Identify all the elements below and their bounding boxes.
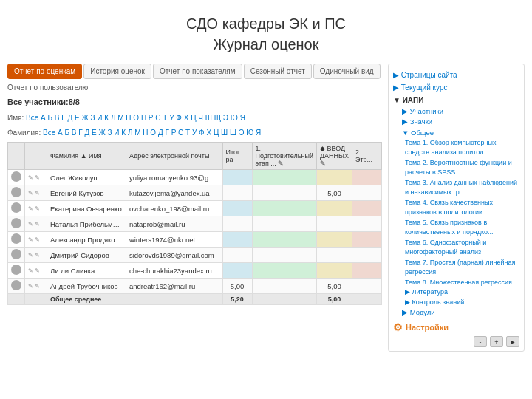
nav-section: ▶ Страницы сайта ▶ Текущий курс ▼ ИАПИ ▶… [388, 64, 525, 352]
icon-cell: ✎ ✎ [25, 248, 47, 263]
student-email: che-churakhia23yandex.ru [126, 263, 222, 279]
score-step1 [252, 263, 316, 279]
score-step3 [352, 170, 382, 185]
nav-mapi[interactable]: ▼ ИАПИ [393, 94, 519, 106]
score-step3 [352, 185, 382, 201]
student-email: andreatr162@mail.ru [126, 279, 222, 294]
th-step3[interactable]: 2. Этр... [352, 143, 382, 170]
score-step1 [252, 216, 316, 232]
tab-single-view[interactable]: Одиночный вид [313, 64, 381, 79]
total-step2: 5,00 [316, 294, 352, 305]
table-row: ✎ ✎ Дмитрий Сидоров sidorovds1989@gmail.… [8, 248, 382, 263]
score-step2: 5,00 [316, 185, 352, 201]
tab-grades-report[interactable]: Отчет по оценкам [7, 64, 82, 79]
avatar-cell [8, 216, 25, 232]
surname-filter-letters[interactable]: А Б В Г Д Е Ж З И К Л М Н О Д Г Р С Т У … [58, 129, 261, 137]
nav-participants[interactable]: ▶ Участники [393, 106, 519, 117]
score-step3 [352, 232, 382, 248]
total-email [126, 294, 222, 305]
name-filter-letters[interactable]: А Б В Г Д Е Ж З И К Л М Н О П Р С Т У Ф … [41, 114, 245, 122]
tab-seasonal[interactable]: Сезонный отчет [244, 64, 312, 79]
btn-plus[interactable]: + [490, 336, 503, 347]
nav-sub-item-5[interactable]: Тема 6. Однофакторный и многофакторный а… [393, 238, 519, 258]
student-email: nataprob@mail.ru [126, 216, 222, 232]
tab-indicators[interactable]: Отчет по показателям [153, 64, 242, 79]
surname-filter-all[interactable]: Все [43, 129, 55, 137]
score-step2 [316, 216, 352, 232]
score-step3 [352, 216, 382, 232]
avatar-cell [8, 185, 25, 201]
name-filter-all[interactable]: Все [26, 114, 38, 122]
icon-cell: ✎ ✎ [25, 263, 47, 279]
sub-tab-user-report[interactable]: Отчет по пользователю [7, 83, 382, 92]
total-avatar [8, 294, 25, 305]
nav-sub-item-8[interactable]: ▶ Литература [393, 287, 519, 298]
settings-bar: ⚙ Настройки [393, 321, 519, 333]
student-name: Евгений Кутузов [47, 185, 126, 201]
score-step1 [252, 201, 316, 216]
score-step1 [252, 279, 316, 294]
table-row: ✎ ✎ Александр Продяко... winters1974@ukr… [8, 232, 382, 248]
total-step3 [352, 294, 382, 305]
score-step2 [316, 170, 352, 185]
table-row: ✎ ✎ Евгений Кутузов kutazov.jema@yandex.… [8, 185, 382, 201]
nav-sub-item-1[interactable]: Тема 2. Вероятностные функции и расчеты … [393, 158, 519, 178]
score-step2 [316, 263, 352, 279]
nav-sub-item-9[interactable]: ▶ Контроль знаний [393, 298, 519, 308]
btn-arrow[interactable]: ► [506, 336, 519, 347]
score-step3 [352, 201, 382, 216]
nav-badges[interactable]: ▶ Значки [393, 117, 519, 127]
total-icons [25, 294, 47, 305]
nav-sub-item-2[interactable]: Тема 3. Анализ данных наблюдений и незав… [393, 178, 519, 198]
score-itog [222, 248, 252, 263]
avatar-cell [8, 279, 25, 294]
nav-site-pages[interactable]: ▶ Страницы сайта [393, 69, 519, 81]
th-step1[interactable]: 1. Подготовительный этап ... ✎ [252, 143, 316, 170]
settings-label[interactable]: Настройки [406, 323, 449, 332]
surname-filter-label: Фамилия: [7, 129, 41, 137]
nav-sub-item-6[interactable]: Тема 7. Простая (парная) линейная регрес… [393, 258, 519, 278]
score-itog [222, 170, 252, 185]
nav-sub-item-4[interactable]: Тема 5. Связь признаков в количественных… [393, 218, 519, 238]
content-wrapper: Отчет по оценкам История оценок Отчет по… [0, 64, 532, 356]
score-step2 [316, 248, 352, 263]
avatar-cell [8, 201, 25, 216]
surname-filter: Фамилия: Все А Б В Г Д Е Ж З И К Л М Н О… [7, 127, 382, 139]
th-step2[interactable]: ◆ ВВОД ДАННЫХ ✎ [316, 143, 352, 170]
table-row: ✎ ✎ Олег Живолуп yuliya.romanyenko.93@gm… [8, 170, 382, 185]
name-filter-label: Имя: [7, 114, 24, 122]
nav-current-course[interactable]: ▶ Текущий курс [393, 81, 519, 94]
student-name: Наталья Прибельмана [47, 216, 126, 232]
nav-sub-item-0[interactable]: Тема 1. Обзор компьютерных средств анали… [393, 138, 519, 158]
tab-history[interactable]: История оценок [83, 64, 151, 79]
student-email: sidorovds1989@gmail.com [126, 248, 222, 263]
table-row: ✎ ✎ Ли ли Слинка che-churakhia23yandex.r… [8, 263, 382, 279]
nav-sub-item-3[interactable]: Тема 4. Связь качественных признаков в п… [393, 198, 519, 218]
table-row: ✎ ✎ Наталья Прибельмана nataprob@mail.ru [8, 216, 382, 232]
student-email: ovcharenko_198@mail.ru [126, 201, 222, 216]
th-email: Адрес электронной почты [126, 143, 222, 170]
total-step1 [252, 294, 316, 305]
total-label: Общее среднее [47, 294, 126, 305]
score-step1 [252, 170, 316, 185]
score-step1 [252, 232, 316, 248]
th-itog[interactable]: Итог ра [222, 143, 252, 170]
avatar-cell [8, 170, 25, 185]
btn-minus[interactable]: - [474, 336, 487, 347]
student-email: yuliya.romanyenko.93@gmail.com [126, 170, 222, 185]
nav-sub-item-7[interactable]: Тема 8. Множественная регрессия [393, 278, 519, 288]
score-itog: 5,00 [222, 279, 252, 294]
score-itog [222, 185, 252, 201]
student-email: kutazov.jema@yandex.ua [126, 185, 222, 201]
score-step1 [252, 185, 316, 201]
nav-general[interactable]: ▼ Общее [393, 128, 519, 138]
th-name[interactable]: Фамилия ▲ Имя [47, 143, 126, 170]
nav-modules[interactable]: ▶ Модули [393, 307, 519, 318]
student-email: winters1974@ukr.net [126, 232, 222, 248]
student-name: Андрей Трубочников [47, 279, 126, 294]
student-name: Екатерина Овчаренко [47, 201, 126, 216]
right-panel: ▶ Страницы сайта ▶ Текущий курс ▼ ИАПИ ▶… [388, 64, 525, 356]
tab-bar: Отчет по оценкам История оценок Отчет по… [7, 64, 382, 79]
score-itog [222, 216, 252, 232]
score-itog [222, 232, 252, 248]
